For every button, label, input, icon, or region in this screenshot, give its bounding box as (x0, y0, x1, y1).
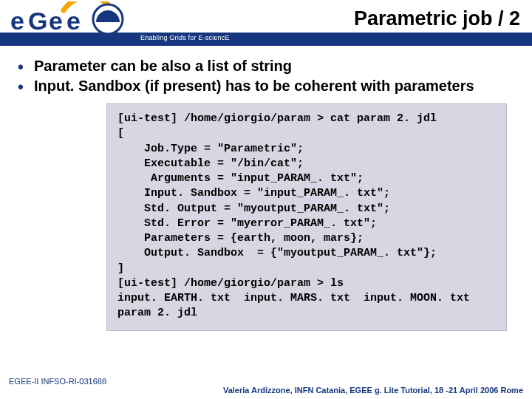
svg-text:G: G (28, 7, 47, 35)
slide-content: Parameter can be also a list of string I… (0, 46, 532, 331)
footer-right: Valeria Ardizzone, INFN Catania, EGEE g.… (223, 386, 523, 395)
footer-left: EGEE-II INFSO-RI-031688 (9, 377, 106, 386)
egee-logo: e G e e (6, 1, 132, 43)
slide-header: e G e e Parametric job / 2 Enabling Grid… (0, 0, 532, 46)
bullet-list: Parameter can be also a list of string I… (13, 56, 519, 96)
slide-title: Parametric job / 2 (354, 7, 520, 30)
bullet-item: Parameter can be also a list of string (13, 56, 519, 76)
svg-text:e: e (49, 7, 63, 35)
svg-text:e: e (66, 7, 81, 35)
slide-tagline: Enabling Grids for E-sciencE (140, 34, 230, 41)
code-block: [ui-test] /home/giorgio/param > cat para… (106, 103, 507, 331)
bullet-item: Input. Sandbox (if present) has to be co… (13, 76, 519, 96)
svg-text:e: e (10, 7, 24, 35)
